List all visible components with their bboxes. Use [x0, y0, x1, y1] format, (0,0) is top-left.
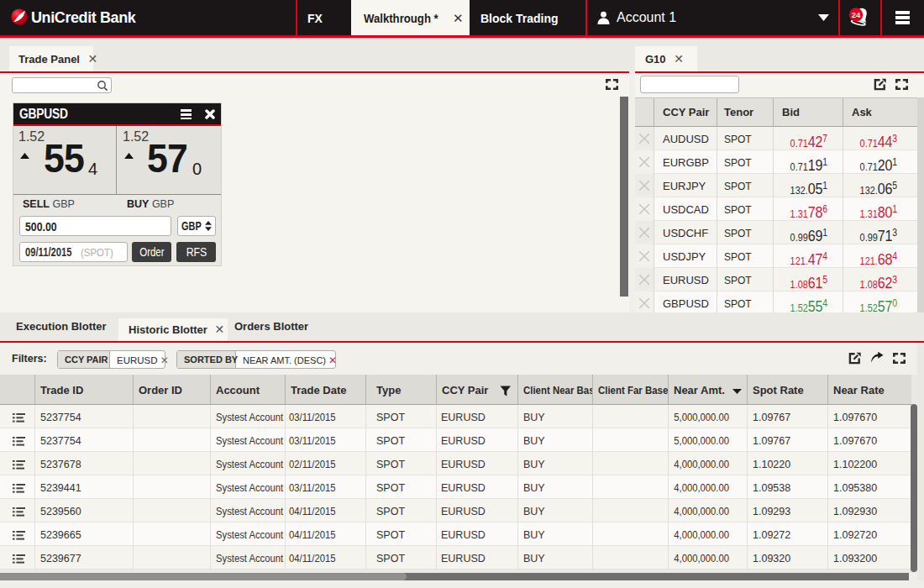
svg-text:24: 24 — [852, 10, 861, 19]
